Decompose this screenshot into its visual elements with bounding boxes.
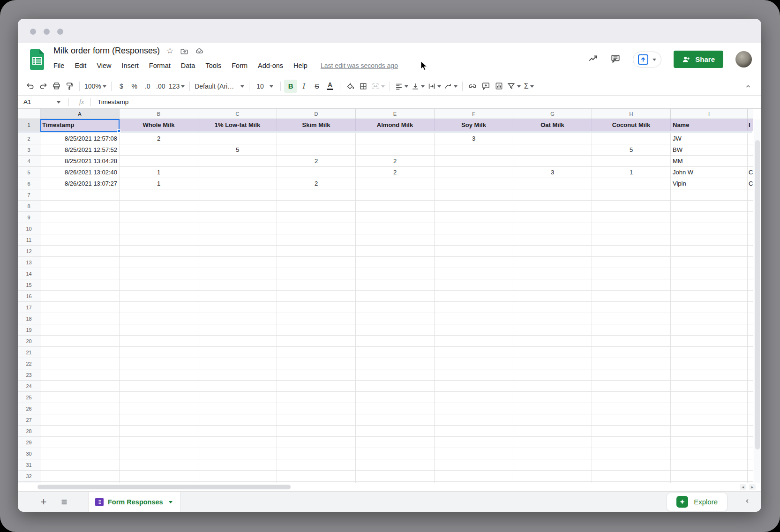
cell-D15[interactable] bbox=[277, 279, 356, 291]
cell-I1[interactable]: Name bbox=[671, 119, 748, 131]
cell-I4[interactable]: MM bbox=[671, 156, 748, 167]
cell-A15[interactable] bbox=[40, 279, 120, 291]
insert-link-button[interactable] bbox=[466, 80, 479, 93]
row-number-24[interactable]: 24 bbox=[18, 381, 40, 392]
cell-D32[interactable] bbox=[277, 471, 356, 482]
cell-B16[interactable] bbox=[120, 291, 198, 302]
cell-B14[interactable] bbox=[120, 268, 198, 279]
column-letter-F[interactable]: F bbox=[435, 109, 513, 119]
cell-I9[interactable] bbox=[671, 212, 748, 223]
cell-F1[interactable]: Soy Milk bbox=[435, 119, 513, 131]
cell-C30[interactable] bbox=[198, 448, 277, 459]
functions-button[interactable]: Σ bbox=[522, 80, 535, 93]
window-minimize-button[interactable] bbox=[44, 29, 50, 35]
cell-C3[interactable]: 5 bbox=[198, 144, 277, 156]
cell-A32[interactable] bbox=[40, 471, 120, 482]
row-number-27[interactable]: 27 bbox=[18, 414, 40, 426]
cell-I23[interactable] bbox=[671, 369, 748, 381]
cell-A31[interactable] bbox=[40, 459, 120, 471]
cell-C22[interactable] bbox=[198, 358, 277, 369]
cell-A19[interactable] bbox=[40, 324, 120, 336]
cell-clipped-32[interactable] bbox=[748, 471, 753, 482]
column-letter-D[interactable]: D bbox=[277, 109, 356, 119]
cell-clipped-6[interactable]: C bbox=[748, 178, 753, 189]
cell-A5[interactable]: 8/26/2021 13:02:40 bbox=[40, 167, 120, 178]
cell-A25[interactable] bbox=[40, 392, 120, 403]
cell-E22[interactable] bbox=[356, 358, 435, 369]
cell-F20[interactable] bbox=[435, 336, 513, 347]
cell-G16[interactable] bbox=[513, 291, 592, 302]
select-all-corner[interactable] bbox=[18, 109, 40, 119]
cell-C31[interactable] bbox=[198, 459, 277, 471]
cell-A24[interactable] bbox=[40, 381, 120, 392]
menu-insert[interactable]: Insert bbox=[122, 62, 139, 69]
cell-G7[interactable] bbox=[513, 189, 592, 201]
insert-comment-button[interactable] bbox=[479, 80, 492, 93]
font-size-select[interactable]: 10 bbox=[253, 80, 277, 93]
cell-clipped-4[interactable] bbox=[748, 156, 753, 167]
cell-H9[interactable] bbox=[592, 212, 671, 223]
cell-G9[interactable] bbox=[513, 212, 592, 223]
cell-F28[interactable] bbox=[435, 426, 513, 437]
cell-E29[interactable] bbox=[356, 437, 435, 448]
cell-clipped-1[interactable]: I bbox=[748, 119, 753, 131]
cell-D6[interactable]: 2 bbox=[277, 178, 356, 189]
cell-H1[interactable]: Coconut Milk bbox=[592, 119, 671, 131]
cell-clipped-17[interactable] bbox=[748, 302, 753, 313]
cell-I17[interactable] bbox=[671, 302, 748, 313]
row-number-16[interactable]: 16 bbox=[18, 291, 40, 302]
cell-A8[interactable] bbox=[40, 201, 120, 212]
row-number-17[interactable]: 17 bbox=[18, 302, 40, 313]
column-letter-G[interactable]: G bbox=[513, 109, 592, 119]
increase-decimal-button[interactable]: .00 bbox=[154, 80, 167, 93]
menu-addons[interactable]: Add-ons bbox=[258, 62, 283, 69]
cell-E14[interactable] bbox=[356, 268, 435, 279]
cell-A10[interactable] bbox=[40, 223, 120, 234]
cell-E17[interactable] bbox=[356, 302, 435, 313]
cell-F16[interactable] bbox=[435, 291, 513, 302]
row-number-31[interactable]: 31 bbox=[18, 459, 40, 471]
cell-G11[interactable] bbox=[513, 234, 592, 246]
cell-clipped-2[interactable] bbox=[748, 133, 753, 144]
cell-D11[interactable] bbox=[277, 234, 356, 246]
vertical-scrollbar[interactable] bbox=[754, 120, 760, 483]
cell-D20[interactable] bbox=[277, 336, 356, 347]
cell-C2[interactable] bbox=[198, 133, 277, 144]
cell-A13[interactable] bbox=[40, 257, 120, 268]
cell-G2[interactable] bbox=[513, 133, 592, 144]
cell-clipped-28[interactable] bbox=[748, 426, 753, 437]
cell-I5[interactable]: John W bbox=[671, 167, 748, 178]
cell-B23[interactable] bbox=[120, 369, 198, 381]
cell-E31[interactable] bbox=[356, 459, 435, 471]
fill-color-button[interactable] bbox=[344, 80, 357, 93]
cell-A6[interactable]: 8/26/2021 13:07:27 bbox=[40, 178, 120, 189]
cell-D31[interactable] bbox=[277, 459, 356, 471]
cell-G24[interactable] bbox=[513, 381, 592, 392]
scroll-right-arrow[interactable]: ► bbox=[749, 484, 756, 490]
cell-E16[interactable] bbox=[356, 291, 435, 302]
document-title[interactable]: Milk order form (Responses) bbox=[53, 46, 160, 56]
cell-clipped-24[interactable] bbox=[748, 381, 753, 392]
cell-B1[interactable]: Whole Milk bbox=[120, 119, 198, 131]
horizontal-scrollbar-thumb[interactable] bbox=[38, 485, 291, 489]
cell-F8[interactable] bbox=[435, 201, 513, 212]
cell-B7[interactable] bbox=[120, 189, 198, 201]
cell-E19[interactable] bbox=[356, 324, 435, 336]
cell-F22[interactable] bbox=[435, 358, 513, 369]
cell-H8[interactable] bbox=[592, 201, 671, 212]
cell-B2[interactable]: 2 bbox=[120, 133, 198, 144]
cell-C32[interactable] bbox=[198, 471, 277, 482]
formula-input[interactable]: Timestamp bbox=[98, 98, 128, 105]
cell-F12[interactable] bbox=[435, 246, 513, 257]
cell-H15[interactable] bbox=[592, 279, 671, 291]
cell-A1[interactable]: Timestamp bbox=[40, 119, 120, 131]
cell-E10[interactable] bbox=[356, 223, 435, 234]
cell-F17[interactable] bbox=[435, 302, 513, 313]
menu-help[interactable]: Help bbox=[293, 62, 308, 69]
cell-F13[interactable] bbox=[435, 257, 513, 268]
insights-icon[interactable] bbox=[588, 53, 598, 66]
cell-F30[interactable] bbox=[435, 448, 513, 459]
cell-I30[interactable] bbox=[671, 448, 748, 459]
cell-I31[interactable] bbox=[671, 459, 748, 471]
cell-B25[interactable] bbox=[120, 392, 198, 403]
